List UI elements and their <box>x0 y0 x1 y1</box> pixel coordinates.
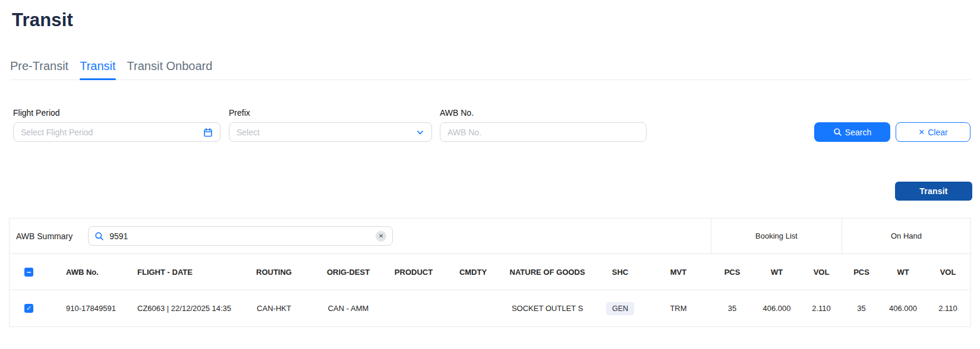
row-mvt: TRM <box>645 304 711 313</box>
flight-period-label: Flight Period <box>13 108 220 118</box>
awb-no-field: AWB No. <box>440 108 647 142</box>
row-select-cell: ✓ <box>10 304 48 313</box>
awb-no-label: AWB No. <box>440 108 647 118</box>
search-button[interactable]: Search <box>814 122 890 142</box>
search-icon <box>833 128 842 137</box>
row-checkbox[interactable]: ✓ <box>24 304 33 313</box>
prefix-select[interactable] <box>229 122 432 142</box>
on-hand-group-header: On Hand <box>842 218 970 253</box>
select-all-cell: − <box>10 268 48 277</box>
awb-summary-search-input[interactable] <box>109 231 370 241</box>
flight-period-text-input[interactable] <box>21 128 198 137</box>
clear-x-icon: ✕ <box>918 128 925 136</box>
prefix-field: Prefix <box>229 108 432 142</box>
chevron-down-icon[interactable] <box>416 128 424 137</box>
clear-button[interactable]: ✕ Clear <box>896 122 970 142</box>
col-product: PRODUCT <box>381 268 446 277</box>
search-icon <box>94 231 104 241</box>
col-onhand-wt: WT <box>881 268 925 277</box>
tab-pre-transit[interactable]: Pre-Transit <box>10 59 68 73</box>
awb-summary-label: AWB Summary <box>16 231 73 241</box>
col-booking-vol: VOL <box>801 268 842 277</box>
shc-badge: GEN <box>606 302 634 315</box>
row-flight-date: CZ6063 | 22/12/2025 14:35 <box>122 304 232 313</box>
row-onhand-wt: 406.000 <box>881 304 925 313</box>
row-onhand-vol: 2.110 <box>925 304 970 313</box>
flight-period-input[interactable] <box>13 122 220 142</box>
col-nature-of-goods: NATURE OF GOODS <box>500 268 595 277</box>
col-onhand-pcs: PCS <box>842 268 881 277</box>
tab-bar: Pre-Transit Transit Transit Onboard <box>10 59 971 80</box>
row-nature-of-goods: SOCKET OUTLET S <box>500 304 595 313</box>
col-flight-date: FLIGHT - DATE <box>122 268 232 277</box>
transit-action-button[interactable]: Transit <box>895 182 972 201</box>
awb-no-text-input[interactable] <box>448 128 639 137</box>
row-orig-dest: CAN - AMM <box>316 304 381 313</box>
page-title: Transit <box>12 9 73 31</box>
awb-summary-table: AWB Summary ✕ Booking List On Hand − <box>9 218 971 327</box>
row-booking-vol: 2.110 <box>801 304 842 313</box>
col-mvt: MVT <box>645 268 711 277</box>
tab-transit[interactable]: Transit <box>80 59 115 73</box>
flight-period-field: Flight Period <box>13 108 220 142</box>
clear-search-icon[interactable]: ✕ <box>376 231 386 242</box>
col-booking-pcs: PCS <box>711 268 753 277</box>
col-booking-wt: WT <box>753 268 801 277</box>
table-row[interactable]: ✓ 910-17849591 CZ6063 | 22/12/2025 14:35… <box>10 290 970 326</box>
col-cmdty: CMDTY <box>446 268 500 277</box>
col-routing: ROUTING <box>232 268 316 277</box>
row-booking-wt: 406.000 <box>753 304 801 313</box>
col-onhand-vol: VOL <box>925 268 970 277</box>
awb-no-input[interactable] <box>440 122 647 142</box>
table-group-header-row: AWB Summary ✕ Booking List On Hand <box>10 218 970 254</box>
row-shc-cell: GEN <box>595 302 645 315</box>
awb-summary-search[interactable]: ✕ <box>88 226 393 246</box>
awb-summary-cell: AWB Summary ✕ <box>10 218 711 253</box>
row-booking-pcs: 35 <box>711 304 753 313</box>
table-header-row: − AWB No. FLIGHT - DATE ROUTING ORIG-DES… <box>10 254 970 290</box>
prefix-label: Prefix <box>229 108 432 118</box>
booking-list-group-header: Booking List <box>711 218 842 253</box>
row-onhand-pcs: 35 <box>842 304 881 313</box>
col-shc: SHC <box>595 268 645 277</box>
search-button-label: Search <box>845 128 871 137</box>
tab-transit-onboard[interactable]: Transit Onboard <box>127 59 213 73</box>
row-awb-no: 910-17849591 <box>48 304 122 313</box>
prefix-select-input[interactable] <box>237 128 411 137</box>
select-all-checkbox[interactable]: − <box>24 268 33 277</box>
clear-button-label: Clear <box>928 128 947 137</box>
col-orig-dest: ORIG-DEST <box>316 268 381 277</box>
transit-page: Transit Pre-Transit Transit Transit Onbo… <box>0 0 980 349</box>
row-routing: CAN-HKT <box>232 304 316 313</box>
col-awb-no: AWB No. <box>48 268 122 277</box>
calendar-icon[interactable] <box>203 128 213 137</box>
